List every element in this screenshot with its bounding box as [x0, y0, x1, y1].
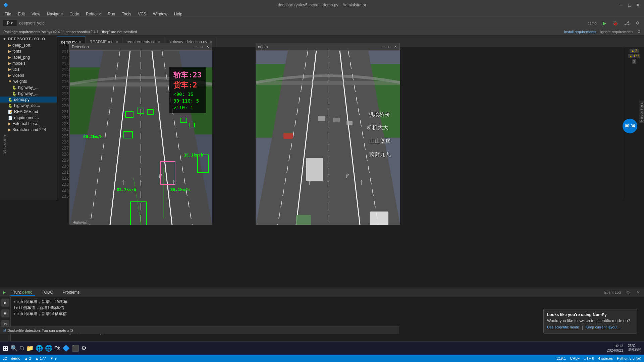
sidebar-item-models[interactable]: ▶ models	[0, 60, 57, 66]
menu-navigate[interactable]: Navigate	[44, 11, 66, 17]
sidebar-item-weights[interactable]: ▼ weights	[0, 78, 57, 84]
numpy-notif-title: Looks like you're using NumPy	[547, 312, 634, 317]
run-tab-todo[interactable]: TODO	[39, 289, 56, 295]
detection-window[interactable]: Detection ─ □ ✕	[69, 43, 212, 225]
menu-file[interactable]: File	[1, 11, 14, 17]
run-play-button[interactable]: ▶	[1, 299, 9, 307]
sidebar-item-external[interactable]: ▶ External Libra...	[0, 121, 57, 127]
run-button[interactable]: ▶	[601, 20, 608, 26]
sidebar-item-videos[interactable]: ▶ videos	[0, 72, 57, 78]
sidebar-project-header[interactable]: ▼ deepsort+yolo	[0, 36, 57, 42]
edge-icon[interactable]: 🌐	[36, 345, 43, 352]
menu-refactor[interactable]: Refactor	[83, 11, 104, 17]
origin-van-green	[296, 215, 311, 225]
notification-text: Package requirements 'scipy>=2.4.1', 'te…	[3, 30, 137, 34]
sidebar-item-demo-py[interactable]: 🐍 demo.py	[0, 97, 57, 103]
folder-icon: ▼	[8, 79, 12, 84]
numpy-keep-layout-link[interactable]: Keep current layout...	[586, 325, 621, 330]
menu-vcs[interactable]: VCS	[135, 11, 150, 17]
terminal-icon[interactable]: ⬛	[72, 345, 79, 352]
ignore-requirements-link[interactable]: Ignore requirements	[600, 30, 633, 34]
sidebar-item-highway1[interactable]: 🐍 highway_...	[0, 84, 57, 90]
menu-tools[interactable]: Tools	[118, 11, 135, 17]
sidebar-item-readme[interactable]: 📝 README.md	[0, 109, 57, 115]
python-file-icon: 🐍	[12, 92, 17, 96]
store-icon[interactable]: 🛍	[54, 345, 60, 352]
origin-sign-mountain: 山山堡堡	[369, 138, 391, 145]
origin-window[interactable]: origin ─ □ ✕	[256, 43, 400, 225]
menu-view[interactable]: View	[28, 11, 44, 17]
docker-notification-bar: ☑ Dockerfile detection: You can create a…	[0, 326, 399, 334]
numpy-scientific-mode-link[interactable]: Use scientific mode	[547, 325, 579, 330]
sidebar-item-deep-sort[interactable]: ▶ deep_sort	[0, 42, 57, 48]
numpy-link-separator: |	[582, 325, 583, 330]
detection-minimize-button[interactable]: ─	[194, 45, 198, 49]
detection-titlebar[interactable]: Detection ─ □ ✕	[70, 43, 212, 51]
menu-help[interactable]: Help	[171, 11, 186, 17]
sidebar-item-highway-det[interactable]: 🐍 highway_det...	[0, 103, 57, 109]
detection-window-title: Detection	[72, 45, 89, 49]
svg-text:↑: ↑	[121, 177, 125, 186]
run-sidebar: ▶ ■ ↺	[0, 297, 11, 341]
file-explorer-icon[interactable]: 📁	[26, 345, 34, 352]
run-config-name: demo	[22, 290, 32, 295]
numpy-notification: Looks like you're using NumPy Would you …	[543, 309, 637, 334]
speed-label-2: 36.1km/h	[184, 153, 203, 158]
sidebar-item-label: requirement...	[14, 115, 39, 120]
project-indicator[interactable]: P ▾	[3, 20, 17, 26]
sidebar-item-label-png[interactable]: ▶ label_png	[0, 54, 57, 60]
detection-window-controls: ─ □ ✕	[194, 45, 210, 49]
origin-close-button[interactable]: ✕	[393, 45, 397, 49]
menu-run[interactable]: Run	[104, 11, 118, 17]
sidebar-item-scratches[interactable]: ▶ Scratches and 224	[0, 127, 57, 133]
status-language: Python 3.6 (pr)	[617, 356, 641, 360]
detection-bottom-caption: Highway...	[72, 220, 90, 224]
search-icon[interactable]: 🔍	[10, 345, 18, 352]
git-icon[interactable]: ⎇	[622, 20, 632, 26]
trucks-label: 货车:2	[173, 81, 197, 89]
numpy-notif-body: Would you like to switch to scientific m…	[547, 318, 634, 323]
svg-text:↱: ↱	[345, 173, 350, 179]
start-button[interactable]: ⊞	[3, 344, 8, 352]
vehicle-box-4	[123, 131, 133, 138]
run-stop-button[interactable]: ■	[1, 309, 9, 317]
chrome-icon[interactable]: 🌐	[45, 345, 52, 352]
favorites-label: Favorites	[639, 101, 644, 123]
detection-maximize-button[interactable]: □	[200, 45, 204, 49]
origin-van-1	[370, 212, 388, 225]
settings-icon[interactable]: ⚙	[634, 20, 641, 26]
run-close-icon[interactable]: ✕	[635, 290, 641, 295]
pycharm-icon[interactable]: 🔷	[62, 345, 70, 352]
sidebar-item-label: Scratches and 224	[12, 127, 46, 132]
sidebar-item-utils[interactable]: ▶ utils	[0, 66, 57, 72]
menu-window[interactable]: Window	[150, 11, 171, 17]
run-config-label: demo	[585, 20, 599, 26]
detection-close-button[interactable]: ✕	[206, 45, 210, 49]
maximize-button[interactable]: □	[627, 3, 632, 7]
task-view-icon[interactable]: ⧉	[20, 345, 24, 352]
install-requirements-link[interactable]: Install requirements	[564, 30, 596, 34]
sidebar-item-label: videos	[12, 73, 24, 78]
minimize-button[interactable]: ─	[619, 3, 623, 7]
run-tab-demo[interactable]: Run: demo	[10, 289, 35, 296]
menu-edit[interactable]: Edit	[14, 11, 28, 17]
sidebar-item-fonts[interactable]: ▶ fonts	[0, 48, 57, 54]
menu-code[interactable]: Code	[66, 11, 83, 17]
origin-sign-bridge: 机场桥桥	[369, 111, 390, 118]
close-button[interactable]: ✕	[636, 3, 641, 7]
settings-taskbar-icon[interactable]: ⚙	[81, 345, 87, 352]
origin-titlebar[interactable]: origin ─ □ ✕	[256, 43, 399, 51]
notif-settings-icon[interactable]: ⚙	[637, 29, 641, 34]
docker-checkbox[interactable]: ☑	[3, 328, 6, 333]
sidebar-item-requirements[interactable]: 📄 requirement...	[0, 115, 57, 121]
run-event-log: Event Log	[604, 290, 621, 294]
sidebar-item-highway2[interactable]: 🐍 highway_...	[0, 90, 57, 97]
run-tab-problems[interactable]: Problems	[60, 289, 83, 295]
debug-button[interactable]: 🐞	[610, 20, 620, 26]
vehicle-box-2	[137, 108, 144, 114]
run-settings-icon[interactable]: ⚙	[625, 290, 631, 295]
app-icon: 🔷	[3, 3, 8, 7]
status-info: ▲ 177	[35, 356, 46, 360]
origin-maximize-button[interactable]: □	[387, 45, 391, 49]
origin-minimize-button[interactable]: ─	[381, 45, 385, 49]
